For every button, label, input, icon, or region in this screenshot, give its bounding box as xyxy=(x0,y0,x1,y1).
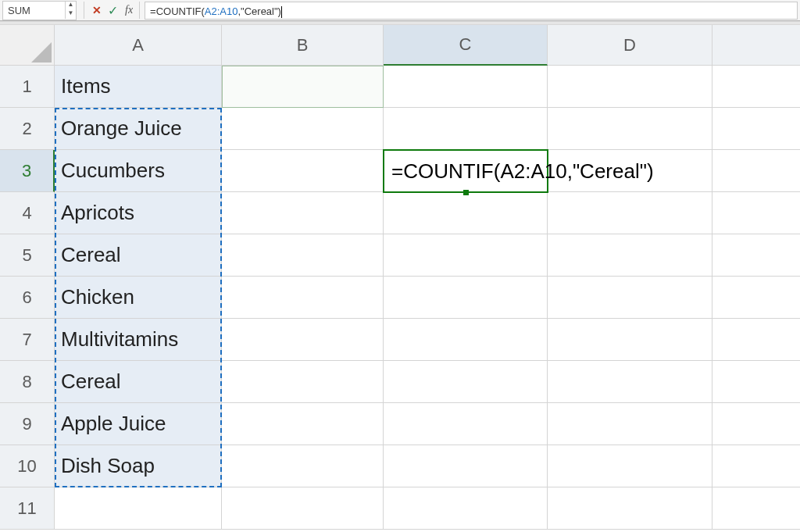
cell[interactable]: Apple Juice xyxy=(55,403,222,445)
cell[interactable] xyxy=(712,361,800,403)
formula-input[interactable]: =COUNTIF(A2:A10,"Cereal") xyxy=(145,2,798,20)
cell[interactable]: Dish Soap xyxy=(55,445,222,487)
cell[interactable] xyxy=(548,403,712,445)
column-header-B[interactable]: B xyxy=(222,25,384,66)
cell[interactable] xyxy=(548,192,712,234)
row-header-1[interactable]: 1 xyxy=(0,66,55,108)
cell[interactable]: Cucumbers xyxy=(55,150,222,192)
cell[interactable] xyxy=(384,66,548,108)
cell[interactable]: Chicken xyxy=(55,277,222,319)
cell[interactable] xyxy=(548,319,712,361)
cell[interactable] xyxy=(222,277,384,319)
cell[interactable] xyxy=(222,403,384,445)
cell[interactable] xyxy=(222,108,384,150)
cell[interactable] xyxy=(548,66,712,108)
cell[interactable]: Multivitamins xyxy=(55,319,222,361)
cell[interactable] xyxy=(548,234,712,277)
cell[interactable] xyxy=(712,319,800,361)
x-icon: ✕ xyxy=(92,4,102,16)
cell[interactable] xyxy=(384,234,548,277)
divider xyxy=(84,2,84,19)
cell[interactable] xyxy=(712,192,800,234)
cell[interactable] xyxy=(384,277,548,319)
column-header-D[interactable]: D xyxy=(548,25,712,66)
name-box-stepper[interactable]: ▲ ▼ xyxy=(65,2,76,19)
formula-text-prefix: =COUNTIF( xyxy=(150,5,205,17)
editing-cell-content[interactable]: =COUNTIF(A2:A10,"Cereal") xyxy=(385,150,659,192)
row-header-7[interactable]: 7 xyxy=(0,319,55,361)
row-header-4[interactable]: 4 xyxy=(0,192,55,234)
column-header-A[interactable]: A xyxy=(55,25,222,66)
cell[interactable]: Cereal xyxy=(55,234,222,277)
cell[interactable] xyxy=(384,361,548,403)
cell[interactable] xyxy=(712,66,800,108)
cell[interactable]: Cereal xyxy=(55,361,222,403)
row-header-5[interactable]: 5 xyxy=(0,234,55,277)
cell[interactable] xyxy=(548,108,712,150)
cell[interactable] xyxy=(548,277,712,319)
column-header-extra[interactable] xyxy=(712,25,800,66)
cell[interactable] xyxy=(222,319,384,361)
cell[interactable] xyxy=(222,234,384,277)
formula-text-suffix: ,"Cereal") xyxy=(238,5,280,17)
cell[interactable] xyxy=(222,361,384,403)
chevron-down-icon[interactable]: ▼ xyxy=(66,10,76,19)
cell[interactable] xyxy=(384,192,548,234)
cell[interactable] xyxy=(712,487,800,530)
name-box[interactable]: SUM ▲ ▼ xyxy=(2,1,77,20)
cell[interactable]: Apricots xyxy=(55,192,222,234)
cell[interactable] xyxy=(548,487,712,530)
cell[interactable] xyxy=(712,403,800,445)
cell[interactable] xyxy=(712,445,800,487)
cell[interactable] xyxy=(712,108,800,150)
cell[interactable] xyxy=(222,445,384,487)
row-header-6[interactable]: 6 xyxy=(0,277,55,319)
cell[interactable] xyxy=(384,445,548,487)
cell[interactable] xyxy=(384,319,548,361)
cell[interactable] xyxy=(384,403,548,445)
name-box-value: SUM xyxy=(3,5,65,16)
spreadsheet-grid[interactable]: ABCD1234567891011ItemsOrange JuiceCucumb… xyxy=(0,25,800,532)
check-icon: ✓ xyxy=(108,3,118,18)
fx-label[interactable]: fx xyxy=(125,4,133,16)
cell[interactable] xyxy=(712,150,800,192)
row-header-3[interactable]: 3 xyxy=(0,150,55,192)
cell[interactable] xyxy=(548,445,712,487)
cell[interactable] xyxy=(548,361,712,403)
column-header-C[interactable]: C xyxy=(384,25,548,66)
enter-button[interactable]: ✓ xyxy=(105,2,120,20)
cell[interactable] xyxy=(384,108,548,150)
row-header-10[interactable]: 10 xyxy=(0,445,55,487)
cell[interactable] xyxy=(222,66,384,108)
row-header-9[interactable]: 9 xyxy=(0,403,55,445)
divider xyxy=(139,2,140,19)
cancel-button[interactable]: ✕ xyxy=(89,2,105,20)
cell[interactable]: Items xyxy=(55,66,222,108)
cell[interactable] xyxy=(222,192,384,234)
formula-bar: SUM ▲ ▼ ✕ ✓ fx =COUNTIF(A2:A10,"Cereal") xyxy=(0,0,800,21)
row-header-11[interactable]: 11 xyxy=(0,487,55,530)
row-header-8[interactable]: 8 xyxy=(0,361,55,403)
row-header-2[interactable]: 2 xyxy=(0,108,55,150)
formula-text-range: A2:A10 xyxy=(205,5,238,17)
cell[interactable]: Orange Juice xyxy=(55,108,222,150)
cell[interactable] xyxy=(712,234,800,277)
select-all-corner[interactable] xyxy=(0,25,55,66)
cell[interactable] xyxy=(712,277,800,319)
cell[interactable] xyxy=(222,150,384,192)
fill-handle[interactable] xyxy=(463,190,469,195)
cell[interactable] xyxy=(55,487,222,530)
cell[interactable] xyxy=(222,487,384,530)
text-caret xyxy=(281,6,282,18)
cell[interactable] xyxy=(384,487,548,530)
